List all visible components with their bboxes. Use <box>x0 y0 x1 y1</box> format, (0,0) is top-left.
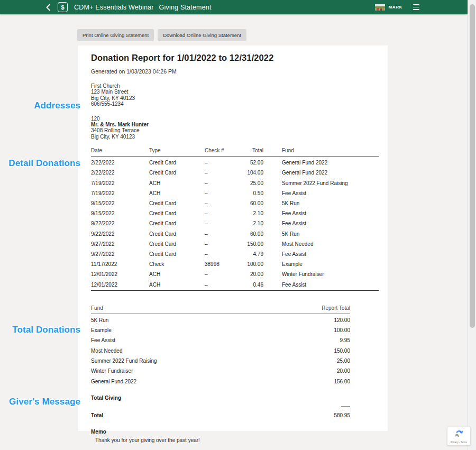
back-icon[interactable] <box>45 4 51 11</box>
memo-label: Memo <box>91 429 379 435</box>
table-cell: 9/15/2022 <box>91 198 149 208</box>
detail-donations-table: DateTypeCheck #TotalFund 2/22/2022Credit… <box>91 148 379 290</box>
recaptcha-badge[interactable]: Privacy - Terms <box>447 427 471 445</box>
table-cell: – <box>205 208 241 218</box>
table-cell: 150.00 <box>272 346 350 356</box>
table-cell: Credit Card <box>149 239 205 249</box>
table-cell: Credit Card <box>149 198 205 208</box>
table-cell: Fee Assist <box>263 279 379 290</box>
header-titles: CDM+ Essentials Webinar Giving Statement <box>74 4 212 11</box>
hamburger-menu-icon[interactable] <box>413 3 420 11</box>
dollar-app-icon[interactable]: $ <box>58 2 68 12</box>
table-row: 9/27/2022Credit Card–150.00Most Needed <box>91 239 379 249</box>
table-row: Example100.00 <box>91 325 350 335</box>
table-cell: Most Needed <box>263 239 379 249</box>
memo-text: Thank you for your giving over the past … <box>95 437 379 443</box>
table-cell: Example <box>263 259 379 269</box>
table-cell: – <box>205 269 241 279</box>
recaptcha-privacy-terms-link[interactable]: Privacy - Terms <box>451 441 467 444</box>
table-row: Winter Fundraiser20.00 <box>91 366 350 376</box>
table-row: General Fund 2022156.00 <box>91 376 350 387</box>
table-cell: 156.00 <box>272 376 350 387</box>
table-row: 7/19/2022ACH–0.50Fee Assist <box>91 188 379 198</box>
table-cell: ACH <box>149 269 205 279</box>
table-cell: Credit Card <box>149 168 205 178</box>
page-scrollbar[interactable] <box>468 0 476 450</box>
table-cell: Winter Fundraiser <box>91 366 272 376</box>
table-cell: Example <box>91 325 272 335</box>
table-cell: 12/01/2022 <box>91 269 149 279</box>
table-cell: Credit Card <box>149 157 205 168</box>
table-cell: ACH <box>149 188 205 198</box>
page-title: Giving Statement <box>159 4 212 11</box>
table-cell: Winter Fundraiser <box>263 269 379 279</box>
app-title: CDM+ Essentials Webinar <box>74 4 154 11</box>
table-cell: 2.10 <box>241 208 263 218</box>
table-cell: – <box>205 228 241 238</box>
user-name-label[interactable]: MARK <box>389 5 402 10</box>
table-cell: Most Needed <box>91 346 272 356</box>
table-row: 2/22/2022Credit Card–52.00General Fund 2… <box>91 157 379 168</box>
table-row: 9/22/2022Credit Card–2.10Fee Assist <box>91 218 379 228</box>
table-cell: – <box>205 178 241 188</box>
church-street: 123 Main Street <box>91 89 379 95</box>
church-name: First Church <box>91 83 379 89</box>
column-header: Date <box>91 148 149 157</box>
table-cell: – <box>205 239 241 249</box>
table-cell: 5K Run <box>91 314 272 325</box>
fund-summary-table: FundReport Total 5K Run120.00Example100.… <box>91 305 350 387</box>
user-avatar[interactable] <box>375 4 385 11</box>
summary-table-header-row: FundReport Total <box>91 305 350 314</box>
table-cell: Fee Assist <box>91 335 272 345</box>
table-cell: 9.95 <box>272 335 350 345</box>
table-cell: ACH <box>149 178 205 188</box>
annotation-total-donations: Total Donations <box>0 325 80 335</box>
total-row: Total 580.95 <box>91 412 350 418</box>
table-cell: 150.00 <box>241 239 263 249</box>
table-cell: ACH <box>149 279 205 290</box>
table-cell: 60.00 <box>241 198 263 208</box>
app-header: $ CDM+ Essentials Webinar Giving Stateme… <box>0 0 468 14</box>
table-cell: Fee Assist <box>263 249 379 259</box>
table-cell: Summer 2022 Fund Raising <box>91 356 272 366</box>
table-row: 12/01/2022ACH–0.46Fee Assist <box>91 279 379 290</box>
table-cell: 9/27/2022 <box>91 239 149 249</box>
table-row: Summer 2022 Fund Raising25.00 <box>91 356 350 366</box>
table-cell: 7/19/2022 <box>91 188 149 198</box>
table-row: 9/15/2022Credit Card–60.005K Run <box>91 198 379 208</box>
table-cell: – <box>205 198 241 208</box>
table-cell: 20.00 <box>272 366 350 376</box>
giving-statement-document: Donation Report for 1/01/2022 to 12/31/2… <box>78 45 388 431</box>
table-cell: General Fund 2022 <box>91 376 272 387</box>
table-cell: – <box>205 218 241 228</box>
church-phone: 606/555-1234 <box>91 101 379 107</box>
giver-number: 120 <box>91 116 379 122</box>
print-statement-button[interactable]: Print Online Giving Statement <box>77 29 154 41</box>
table-row: 5K Run120.00 <box>91 314 350 325</box>
annotation-addresses: Addresses <box>0 100 80 111</box>
column-header: Type <box>149 148 205 157</box>
scrollbar-thumb[interactable] <box>470 4 475 328</box>
recaptcha-icon <box>454 429 464 440</box>
table-row: 11/17/2022Check38998100.00Example <box>91 259 379 269</box>
table-cell: 100.00 <box>272 325 350 335</box>
giver-street: 3408 Rolling Terrace <box>91 127 379 133</box>
table-cell: 9/22/2022 <box>91 228 149 238</box>
column-header: Fund <box>91 305 272 314</box>
table-cell: Credit Card <box>149 249 205 259</box>
table-cell: 12/01/2022 <box>91 279 149 290</box>
table-cell: Fee Assist <box>263 218 379 228</box>
header-right-cluster: MARK <box>375 3 420 11</box>
table-cell: – <box>205 188 241 198</box>
table-cell: 5K Run <box>263 228 379 238</box>
table-cell: 104.00 <box>241 168 263 178</box>
giver-address: 120 Mr. & Mrs. Mark Hunter 3408 Rolling … <box>91 116 379 140</box>
table-cell: 11/17/2022 <box>91 259 149 269</box>
column-header: Check # <box>205 148 241 157</box>
table-cell: Credit Card <box>149 228 205 238</box>
download-statement-button[interactable]: Download Online Giving Statement <box>158 29 246 41</box>
column-header: Total <box>241 148 263 157</box>
table-cell: 5K Run <box>263 198 379 208</box>
detail-table-header-row: DateTypeCheck #TotalFund <box>91 148 379 157</box>
church-address: First Church 123 Main Street Big City, K… <box>91 83 379 107</box>
